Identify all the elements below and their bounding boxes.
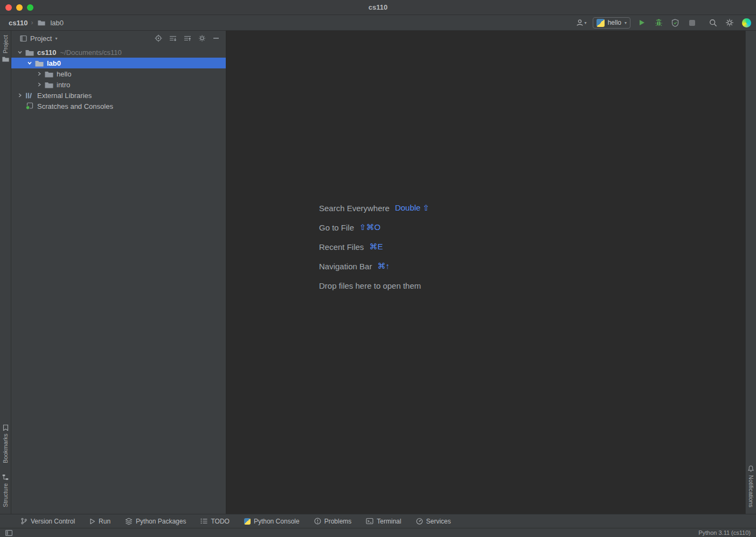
libraries-icon	[25, 92, 34, 99]
tree-item-label: intro	[57, 81, 70, 89]
project-panel: Project ▾	[11, 31, 226, 514]
folder-icon	[45, 71, 54, 78]
project-folder-icon	[2, 56, 9, 62]
window-title: cs110	[369, 3, 387, 11]
toolwindow-label: Python Console	[254, 518, 300, 525]
right-stripe-bottom: Notifications	[747, 465, 754, 507]
chevron-down-icon: ▾	[625, 20, 627, 25]
problems-icon	[314, 518, 321, 525]
debug-bug-icon[interactable]	[653, 17, 664, 29]
services-icon	[416, 518, 423, 525]
tree-item-label: External Libraries	[37, 92, 92, 100]
right-toolwindow-stripe: Notifications	[745, 31, 756, 514]
coverage-icon[interactable]	[670, 17, 681, 29]
hint-label: Search Everywhere	[319, 204, 390, 213]
play-outline-icon	[89, 518, 95, 525]
toolwindow-label: TODO	[211, 518, 229, 525]
locate-file-target-icon[interactable]	[155, 34, 162, 42]
bell-icon	[747, 465, 754, 472]
run-configuration-label: hello	[608, 19, 621, 26]
toolwindow-problems[interactable]: Problems	[314, 518, 352, 525]
hint-drop-files: Drop files here to open them	[319, 280, 429, 291]
chevron-down-icon[interactable]	[16, 50, 24, 55]
python-icon	[244, 518, 251, 525]
run-toolbar: ▾ hello ▾	[576, 17, 752, 29]
collapse-all-icon[interactable]	[184, 35, 191, 42]
settings-gear-icon[interactable]	[724, 17, 735, 29]
search-icon[interactable]	[708, 17, 718, 29]
run-configuration-select[interactable]: hello ▾	[593, 17, 630, 29]
status-bar: Python 3.11 (cs110)	[0, 528, 756, 537]
project-panel-title[interactable]: Project	[30, 34, 52, 43]
expand-all-icon[interactable]	[169, 35, 177, 42]
tree-item-label: cs110	[37, 48, 56, 57]
left-stripe-bottom: Bookmarks Structure	[2, 424, 9, 507]
toolwindow-toggle-icon[interactable]	[5, 530, 12, 536]
toolwindow-button-bookmarks[interactable]: Bookmarks	[2, 424, 9, 463]
tree-item-external-libraries[interactable]: External Libraries	[11, 90, 226, 101]
bookmark-icon	[3, 424, 9, 431]
pycharm-logo-icon[interactable]	[741, 17, 752, 29]
breadcrumb-folder[interactable]: lab0	[50, 19, 64, 27]
tree-item-intro[interactable]: intro	[11, 79, 226, 90]
navigation-bar: cs110 › lab0 ▾ hello ▾	[0, 15, 756, 31]
editor-area[interactable]: Search Everywhere Double ⇧ Go to File ⇧⌘…	[226, 31, 745, 514]
toolwindow-terminal[interactable]: Terminal	[366, 518, 401, 525]
bottom-toolwindow-bar: Version Control Run Python Packages TODO…	[0, 514, 756, 528]
branch-icon	[20, 518, 27, 525]
tree-item-path: ~/Documents/cs110	[60, 48, 121, 57]
fullscreen-window-button[interactable]	[27, 4, 33, 11]
toolwindow-button-notifications[interactable]: Notifications	[747, 465, 754, 507]
terminal-icon	[366, 518, 373, 525]
tree-item-label: hello	[57, 70, 71, 78]
hide-panel-icon[interactable]	[213, 37, 219, 39]
tree-item-scratches[interactable]: Scratches and Consoles	[11, 101, 226, 111]
toolwindow-label: Run	[99, 518, 110, 525]
hint-label: Drop files here to open them	[319, 281, 421, 290]
project-tree: cs110 ~/Documents/cs110 lab0	[11, 46, 226, 111]
hint-shortcut: ⇧⌘O	[359, 222, 380, 232]
breadcrumb: cs110 › lab0	[9, 17, 64, 29]
tree-item-lab0[interactable]: lab0	[11, 58, 226, 68]
toolwindow-button-structure[interactable]: Structure	[2, 474, 9, 507]
chevron-down-icon[interactable]	[25, 60, 34, 66]
project-toolwindow-icon	[20, 35, 27, 42]
users-icon[interactable]: ▾	[576, 17, 587, 29]
stop-button	[686, 17, 697, 29]
chevron-right-icon[interactable]	[16, 93, 24, 98]
python-interpreter-status[interactable]: Python 3.11 (cs110)	[698, 529, 751, 536]
panel-header-icons	[155, 34, 219, 42]
titlebar: cs110	[0, 0, 756, 15]
breadcrumb-project[interactable]: cs110	[9, 19, 27, 27]
chevron-right-icon[interactable]	[35, 82, 44, 87]
structure-icon	[2, 474, 9, 480]
bookmarks-stripe-label: Bookmarks	[2, 434, 9, 463]
structure-stripe-label: Structure	[2, 483, 9, 507]
scratches-icon	[25, 102, 34, 110]
chevron-down-icon[interactable]: ▾	[55, 36, 57, 41]
pycharm-window: cs110 cs110 › lab0 ▾ hello ▾	[0, 0, 756, 537]
toolwindow-services[interactable]: Services	[416, 518, 451, 525]
toolwindow-button-project[interactable]: Project	[2, 35, 9, 62]
toolwindow-run[interactable]: Run	[89, 518, 110, 525]
tree-item-cs110[interactable]: cs110 ~/Documents/cs110	[11, 47, 226, 58]
toolwindow-python-console[interactable]: Python Console	[244, 518, 300, 525]
chevron-right-icon[interactable]	[35, 71, 44, 76]
folder-icon	[35, 60, 44, 67]
window-controls	[5, 4, 33, 11]
hint-shortcut: Double ⇧	[395, 203, 429, 213]
tree-item-hello[interactable]: hello	[11, 68, 226, 79]
toolwindow-todo[interactable]: TODO	[200, 518, 229, 525]
toolwindow-label: Problems	[324, 518, 352, 525]
toolwindow-python-packages[interactable]: Python Packages	[125, 518, 186, 525]
run-button[interactable]	[636, 17, 647, 29]
toolwindow-label: Terminal	[377, 518, 401, 525]
toolwindow-version-control[interactable]: Version Control	[20, 518, 75, 525]
close-window-button[interactable]	[5, 4, 12, 11]
minimize-window-button[interactable]	[16, 4, 23, 11]
toolwindow-label: Services	[426, 518, 451, 525]
hint-go-to-file: Go to File ⇧⌘O	[319, 221, 429, 233]
main-area: Project Bookmarks Structure	[0, 31, 756, 514]
panel-settings-gear-icon[interactable]	[198, 34, 206, 42]
folder-icon	[36, 17, 47, 29]
